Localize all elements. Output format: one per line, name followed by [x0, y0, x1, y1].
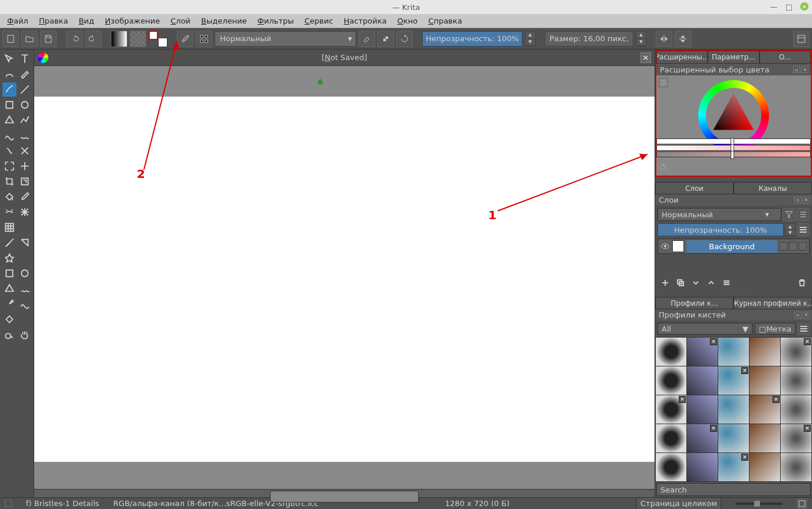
save-icon[interactable]	[40, 31, 57, 47]
eraser-icon[interactable]	[359, 31, 375, 47]
tool-reference[interactable]	[18, 236, 32, 250]
tool-cselect[interactable]	[2, 297, 17, 311]
gradient-swatch[interactable]	[111, 31, 127, 47]
tool-polygon[interactable]	[2, 113, 17, 127]
brush-preset-22[interactable]: ✕	[718, 453, 749, 481]
move-down-button[interactable]	[691, 277, 701, 288]
layer-menu-icon[interactable]	[797, 208, 810, 221]
tool-pan[interactable]	[18, 328, 32, 342]
blend-mode-combo[interactable]: Нормальный▼	[215, 31, 356, 47]
move-up-button[interactable]	[706, 277, 716, 288]
brush-tag-filter[interactable]: All▼	[658, 323, 752, 335]
tool-bselect[interactable]	[18, 297, 32, 311]
layer-name[interactable]: Background	[686, 240, 777, 253]
brush-preset-24[interactable]	[781, 453, 811, 481]
reload-preset-icon[interactable]	[396, 31, 413, 47]
tool-assist[interactable]	[18, 205, 32, 219]
zoom-slider[interactable]	[735, 503, 783, 505]
tool-polyline[interactable]	[18, 113, 32, 127]
brush-preset-11[interactable]	[687, 395, 718, 424]
sv-triangle[interactable]	[709, 91, 758, 140]
color-menu-icon[interactable]	[659, 78, 668, 87]
brush-preset-21[interactable]	[687, 453, 718, 481]
brush-preset-15[interactable]	[656, 424, 686, 452]
minimize-button[interactable]: —	[770, 2, 778, 11]
tool-grid[interactable]	[2, 220, 17, 234]
tab-0[interactable]: Профили к...	[655, 297, 734, 309]
color-selector-panel[interactable]	[656, 75, 811, 176]
tab-1[interactable]: Параметр...	[708, 51, 759, 64]
size-slider[interactable]: Размер: 16,00 пикс.	[545, 31, 633, 47]
workspace-icon[interactable]	[793, 31, 810, 47]
lock-icon[interactable]	[780, 242, 788, 250]
float-icon[interactable]: ▫	[793, 66, 800, 73]
menu-Настройка[interactable]: Настройка	[339, 15, 392, 27]
brush-preset-17[interactable]	[718, 424, 749, 452]
brush-preset-19[interactable]: ✕	[781, 424, 811, 452]
float-icon[interactable]: ▫	[794, 197, 801, 204]
mirror-v-icon[interactable]	[675, 31, 691, 47]
tool-mag[interactable]	[2, 312, 17, 326]
brush-preset-10[interactable]: ✕	[656, 395, 686, 424]
tool-pselect[interactable]	[2, 282, 17, 296]
layer-opacity-slider[interactable]: Непрозрачность: 100%	[658, 223, 784, 236]
panel-grip[interactable]: · · · · ·	[655, 292, 812, 297]
open-icon[interactable]	[21, 31, 38, 47]
menu-Сервис[interactable]: Сервис	[300, 15, 338, 27]
tab-1[interactable]: Журнал профилей к...	[734, 297, 812, 309]
brush-search-input[interactable]: Search	[656, 483, 811, 496]
float-icon[interactable]: ▫	[794, 312, 801, 319]
menu-Файл[interactable]: Файл	[2, 15, 33, 27]
delete-layer-button[interactable]	[797, 277, 807, 288]
zoom-combo[interactable]: Страница целиком	[636, 497, 721, 509]
zoom-fit-icon[interactable]	[797, 498, 807, 509]
brush-preset-14[interactable]	[781, 395, 811, 424]
brush-preset-7[interactable]: ✕	[718, 366, 749, 395]
undo-icon[interactable]	[66, 31, 83, 47]
tool-text[interactable]	[18, 52, 32, 66]
new-icon[interactable]	[2, 31, 19, 47]
tool-ellipse[interactable]	[18, 98, 32, 112]
menu-Вид[interactable]: Вид	[74, 15, 98, 27]
brush-preset-12[interactable]	[718, 395, 749, 424]
horizontal-scrollbar[interactable]	[34, 489, 655, 497]
brush-view-icon[interactable]	[798, 323, 810, 335]
tab-0[interactable]: Слои	[655, 182, 734, 194]
tool-shape[interactable]	[2, 67, 17, 81]
pattern-swatch[interactable]	[130, 31, 146, 47]
tool-multi[interactable]	[18, 144, 32, 158]
brush-settings-icon[interactable]	[196, 31, 212, 47]
close-panel-icon[interactable]: ×	[801, 66, 808, 73]
brush-preset-3[interactable]	[749, 338, 780, 366]
tool-arrow[interactable]	[2, 52, 17, 66]
layer-props-icon[interactable]	[797, 223, 810, 236]
layer-filter-icon[interactable]	[783, 208, 795, 221]
maximize-button[interactable]: □	[785, 2, 793, 11]
menu-Справка[interactable]: Справка	[423, 15, 466, 27]
tool-measure[interactable]	[2, 236, 17, 250]
mirror-h-icon[interactable]	[656, 31, 672, 47]
panel-grip[interactable]: · · · · ·	[655, 177, 812, 182]
alpha-icon[interactable]	[789, 242, 797, 250]
menu-Правка[interactable]: Правка	[34, 15, 73, 27]
tool-calligraphy[interactable]	[18, 67, 32, 81]
menu-Выделение[interactable]: Выделение	[196, 15, 251, 27]
menu-Окно[interactable]: Окно	[393, 15, 423, 27]
brush-preset-13[interactable]: ✕	[749, 395, 780, 424]
tool-rselect[interactable]	[2, 266, 17, 280]
tool-line[interactable]	[18, 82, 32, 97]
brush-preset-icon[interactable]	[177, 31, 193, 47]
brush-preset-1[interactable]: ✕	[687, 338, 718, 366]
menu-Слой[interactable]: Слой	[166, 15, 195, 27]
tool-rect[interactable]	[2, 98, 17, 112]
tab-2[interactable]: О...	[760, 51, 811, 64]
layer-blend-combo[interactable]: Нормальный▼	[658, 208, 781, 221]
layer-opacity-spinner[interactable]: ▲▼	[785, 223, 795, 236]
brush-grid[interactable]: ✕✕✕✕✕✕✕✕	[655, 337, 812, 482]
shade-strip-1[interactable]	[656, 138, 811, 144]
color-selector-button[interactable]	[149, 31, 167, 47]
tool-fselect[interactable]	[18, 282, 32, 296]
redo-icon[interactable]	[85, 31, 101, 47]
layer-row-background[interactable]: Background	[658, 239, 810, 254]
duplicate-layer-button[interactable]	[675, 277, 686, 288]
